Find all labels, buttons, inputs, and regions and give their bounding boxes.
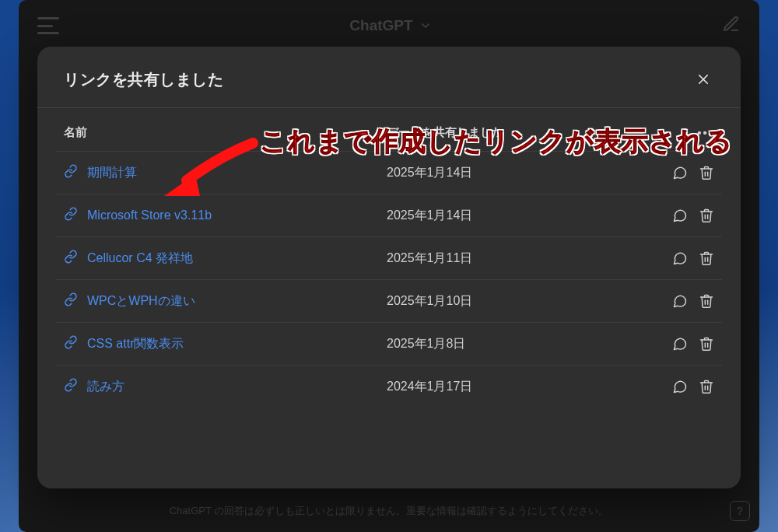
date-cell: 2025年1月14日 xyxy=(387,165,664,181)
actions-cell xyxy=(664,208,714,223)
table-row: Microsoft Store v3.11b 2025年1月14日 xyxy=(56,194,722,236)
link-cell[interactable]: WPCとWPHの違い xyxy=(64,292,387,310)
table-row: CSS attr関数表示 2025年1月8日 xyxy=(56,322,722,365)
chat-icon xyxy=(672,208,688,223)
link-icon xyxy=(64,207,78,224)
link-title[interactable]: 読み方 xyxy=(87,379,124,395)
link-icon xyxy=(64,335,78,352)
actions-cell xyxy=(664,293,714,309)
link-title[interactable]: CSS attr関数表示 xyxy=(87,336,184,352)
date-cell: 2025年1月8日 xyxy=(387,336,664,352)
link-title[interactable]: 期間計算 xyxy=(87,165,137,181)
chat-button[interactable] xyxy=(672,208,688,223)
chat-button[interactable] xyxy=(672,336,688,352)
column-more[interactable]: ••• xyxy=(664,126,714,139)
modal-header: リンクを共有しました xyxy=(37,47,741,107)
delete-button[interactable] xyxy=(699,165,714,180)
date-cell: 2025年1月14日 xyxy=(387,208,664,224)
rows-container: 期間計算 2025年1月14日 Microsoft Store v3.11b 2… xyxy=(37,151,741,408)
trash-icon xyxy=(699,165,714,180)
link-cell[interactable]: Microsoft Store v3.11b xyxy=(64,207,387,224)
delete-button[interactable] xyxy=(699,293,714,309)
link-title[interactable]: Microsoft Store v3.11b xyxy=(87,208,212,222)
chat-button[interactable] xyxy=(672,379,688,394)
link-cell[interactable]: 期間計算 xyxy=(64,164,387,181)
link-cell[interactable]: CSS attr関数表示 xyxy=(64,335,387,352)
actions-cell xyxy=(664,379,714,394)
actions-cell xyxy=(664,250,714,266)
delete-button[interactable] xyxy=(699,379,714,394)
column-name: 名前 xyxy=(64,125,387,140)
table-row: 読み方 2024年1月17日 xyxy=(56,365,722,408)
chat-button[interactable] xyxy=(672,250,688,266)
modal-title: リンクを共有しました xyxy=(64,69,223,90)
date-cell: 2025年1月10日 xyxy=(387,293,664,310)
date-cell: 2025年1月11日 xyxy=(387,250,664,267)
delete-button[interactable] xyxy=(699,208,714,223)
link-icon xyxy=(64,164,78,181)
actions-cell xyxy=(664,336,714,352)
chat-icon xyxy=(672,336,688,352)
delete-button[interactable] xyxy=(699,336,714,352)
column-header-row: 名前 データを共有しました ••• xyxy=(37,108,741,151)
date-cell: 2024年1月17日 xyxy=(387,379,664,395)
table-row: Cellucor C4 発祥地 2025年1月11日 xyxy=(56,236,722,279)
table-row: 期間計算 2025年1月14日 xyxy=(56,151,722,194)
link-icon xyxy=(64,378,78,395)
trash-icon xyxy=(699,293,714,309)
delete-button[interactable] xyxy=(699,250,714,266)
chat-icon xyxy=(672,379,688,394)
link-icon xyxy=(64,250,78,267)
actions-cell xyxy=(664,165,714,180)
shared-links-modal: リンクを共有しました 名前 データを共有しました ••• 期間計算 2025年1… xyxy=(37,47,741,488)
close-icon xyxy=(696,72,710,86)
link-cell[interactable]: 読み方 xyxy=(64,378,387,395)
link-icon xyxy=(64,292,78,310)
column-date: データを共有しました xyxy=(387,125,664,140)
chat-button[interactable] xyxy=(672,293,688,309)
trash-icon xyxy=(699,379,714,394)
link-title[interactable]: Cellucor C4 発祥地 xyxy=(87,250,193,267)
table-row: WPCとWPHの違い 2025年1月10日 xyxy=(56,279,722,322)
trash-icon xyxy=(699,250,714,266)
trash-icon xyxy=(699,336,714,352)
link-title[interactable]: WPCとWPHの違い xyxy=(87,293,195,310)
trash-icon xyxy=(699,208,714,223)
chat-icon xyxy=(672,250,688,266)
chat-icon xyxy=(672,293,688,309)
link-cell[interactable]: Cellucor C4 発祥地 xyxy=(64,250,387,267)
chat-button[interactable] xyxy=(672,165,688,180)
chat-icon xyxy=(672,165,688,180)
close-button[interactable] xyxy=(692,68,714,90)
